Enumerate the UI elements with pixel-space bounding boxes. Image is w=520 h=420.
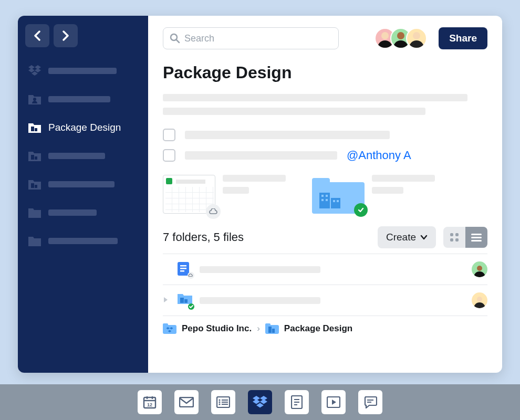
card-meta-stub: [372, 187, 403, 194]
svg-rect-33: [272, 329, 275, 333]
expand-arrow-icon[interactable]: [163, 296, 170, 305]
dropbox-mini-icon: [166, 327, 173, 332]
sidebar-item-company-2[interactable]: [26, 175, 140, 193]
breadcrumb: Pepo Studio Inc. › Package Design: [163, 316, 487, 334]
svg-rect-27: [180, 270, 184, 272]
svg-rect-25: [180, 265, 186, 267]
card-meta-stub: [223, 187, 249, 194]
dropbox-icon: [253, 396, 267, 408]
checkbox[interactable]: [163, 149, 175, 162]
card-title-stub: [223, 175, 286, 182]
sidebar-item-dropbox[interactable]: [26, 62, 140, 80]
svg-rect-2: [35, 128, 37, 131]
sidebar-item-label-stub: [48, 238, 118, 244]
list-view-button[interactable]: [465, 227, 487, 248]
dock-list[interactable]: [211, 390, 235, 414]
svg-rect-19: [450, 238, 453, 242]
svg-rect-32: [268, 327, 272, 333]
svg-point-43: [219, 401, 220, 403]
sidebar-item-label-stub: [48, 96, 110, 102]
file-owner-avatar[interactable]: [472, 261, 487, 277]
company-icon: [319, 193, 342, 208]
breadcrumb-root[interactable]: Pepo Studio Inc.: [182, 323, 252, 334]
description-line: [163, 94, 467, 101]
create-button[interactable]: Create: [378, 226, 436, 248]
svg-point-45: [219, 403, 220, 405]
dock-chat[interactable]: [358, 390, 382, 414]
svg-rect-14: [326, 199, 328, 201]
attachment-folder[interactable]: [312, 175, 435, 214]
description-line: [163, 108, 425, 115]
svg-rect-16: [337, 200, 339, 202]
nav-history: [25, 24, 141, 47]
back-button[interactable]: [25, 24, 49, 47]
svg-rect-4: [35, 156, 37, 160]
chevron-left-icon: [33, 30, 41, 41]
checklist-item[interactable]: @Anthony A: [163, 149, 487, 162]
breadcrumb-root-folder-icon[interactable]: [163, 323, 176, 334]
chevron-down-icon: [420, 235, 428, 240]
dock-play[interactable]: [321, 390, 346, 414]
grid-icon: [450, 233, 459, 242]
svg-rect-21: [471, 234, 482, 235]
breadcrumb-current: Package Design: [284, 323, 352, 334]
file-row[interactable]: [163, 285, 487, 316]
checklist: @Anthony A: [163, 129, 487, 162]
checkbox[interactable]: [163, 129, 175, 141]
share-button[interactable]: Share: [439, 27, 487, 49]
app-dock: 12: [0, 384, 520, 420]
sidebar-list: Package Design: [25, 62, 141, 250]
file-owner-avatar[interactable]: [472, 292, 487, 308]
file-row[interactable]: [163, 254, 487, 285]
company-folder-icon: [28, 150, 41, 162]
svg-rect-5: [31, 183, 34, 188]
search-icon: [170, 33, 180, 44]
list-icon: [216, 396, 230, 408]
attachment-spreadsheet[interactable]: [163, 175, 286, 214]
chat-icon: [363, 396, 377, 408]
svg-rect-1: [31, 127, 34, 131]
user-mention[interactable]: @Anthony A: [347, 149, 411, 162]
synced-check-icon: [354, 203, 368, 217]
dock-doc[interactable]: [285, 390, 309, 414]
dock-mail[interactable]: [174, 390, 199, 414]
search-input[interactable]: [184, 33, 332, 44]
dock-calendar[interactable]: 12: [138, 390, 162, 414]
svg-rect-12: [326, 195, 328, 197]
calendar-icon: 12: [143, 395, 157, 409]
company-folder-icon: [28, 178, 41, 190]
chevron-right-icon: [61, 30, 70, 41]
sidebar-item-label: Package Design: [48, 122, 121, 133]
sidebar-item-folder-1[interactable]: [26, 204, 140, 222]
cloud-sync-icon: [206, 204, 221, 219]
file-name-stub: [200, 297, 320, 304]
dock-dropbox[interactable]: [248, 390, 272, 414]
svg-line-8: [176, 40, 179, 43]
svg-rect-42: [222, 400, 228, 401]
folder-file-icon: [178, 293, 192, 308]
forward-button[interactable]: [54, 24, 78, 47]
sidebar-item-label-stub: [48, 68, 117, 74]
sidebar-item-person-folder[interactable]: [26, 90, 140, 108]
company-folder-icon: [28, 122, 41, 133]
checklist-text-stub: [185, 131, 390, 139]
sidebar-item-folder-2[interactable]: [26, 232, 140, 250]
file-list: [163, 254, 487, 316]
grid-view-button[interactable]: [443, 227, 465, 248]
sidebar-item-company-1[interactable]: [26, 147, 140, 165]
checklist-item[interactable]: [163, 129, 487, 141]
card-title-stub: [372, 175, 435, 182]
collaborator-avatars: [380, 28, 427, 49]
folder-file-count: 7 folders, 5 files: [163, 230, 370, 244]
svg-rect-30: [184, 299, 188, 303]
file-name-stub: [200, 266, 320, 273]
doc-file-icon: [178, 262, 192, 277]
svg-rect-17: [450, 233, 453, 236]
app-window: Package Design: [18, 16, 502, 373]
svg-rect-44: [222, 402, 228, 403]
avatar[interactable]: [406, 28, 427, 49]
search-box[interactable]: [163, 27, 339, 49]
svg-rect-26: [180, 268, 186, 269]
svg-point-41: [219, 399, 220, 401]
sidebar-item-package-design[interactable]: Package Design: [26, 119, 140, 136]
